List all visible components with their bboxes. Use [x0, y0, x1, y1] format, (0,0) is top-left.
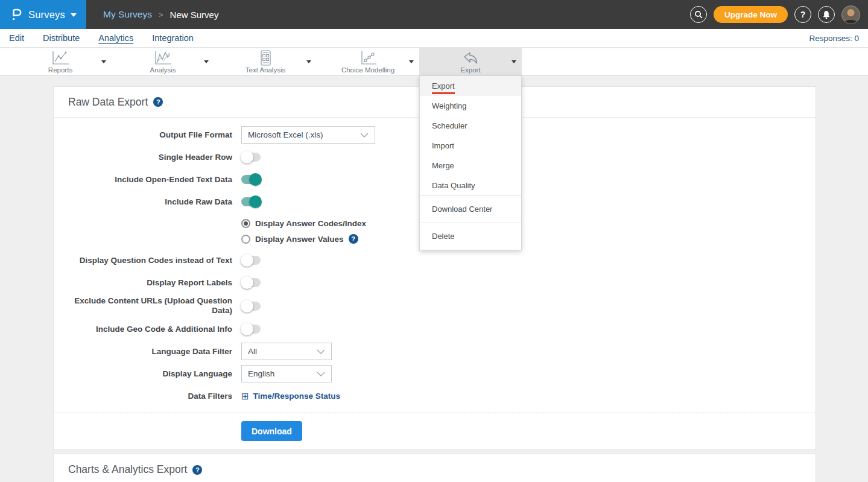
menu-item-import[interactable]: Import [420, 136, 521, 156]
brand-label: Surveys [28, 9, 65, 21]
chevron-down-icon [317, 372, 325, 376]
toolbar-reports-label: Reports [48, 66, 72, 74]
toolbar-text-analysis[interactable]: Text Analysis [214, 48, 317, 75]
breadcrumb-my-surveys[interactable]: My Surveys [103, 9, 152, 20]
tab-distribute[interactable]: Distribute [43, 33, 80, 43]
reports-chart-icon [51, 50, 70, 66]
avatar[interactable] [841, 5, 860, 24]
field-label: Display Language [54, 369, 232, 379]
export-share-arrow-icon [461, 50, 480, 66]
help-button[interactable]: ? [794, 6, 811, 23]
reports-dropdown-caret-icon[interactable] [101, 60, 106, 63]
toggle-knob [241, 254, 253, 267]
field-label: Language Data Filter [54, 347, 232, 357]
menu-item-weighting[interactable]: Weighting [420, 96, 521, 116]
help-circle-icon[interactable]: ? [349, 234, 358, 244]
row-display-question-codes: Display Question Codes instead of Text [54, 252, 816, 269]
chevron-down-icon [317, 349, 325, 354]
language-data-filter-select[interactable]: All [241, 343, 332, 360]
choice-modelling-scatter-icon [358, 50, 378, 66]
upgrade-now-button[interactable]: Upgrade Now [714, 6, 788, 23]
topbar: Surveys My Surveys > New Survey Upgrade … [0, 0, 868, 29]
survey-nav: Edit Distribute Analytics Integration Re… [0, 29, 868, 48]
search-button[interactable] [690, 6, 707, 23]
notifications-button[interactable] [818, 6, 835, 23]
row-include-geo-code: Include Geo Code & Additional Info [54, 320, 816, 338]
radio-icon[interactable] [241, 219, 250, 228]
menu-item-delete[interactable]: Delete [420, 223, 521, 250]
breadcrumb-separator: > [159, 10, 163, 19]
export-dropdown-menu: Export Weighting Scheduler Import Merge … [419, 75, 522, 250]
radio-display-answer-values[interactable]: Display Answer Values ? [241, 231, 816, 247]
toolbar-export[interactable]: Export [419, 48, 522, 75]
time-response-status-link[interactable]: ⊞ Time/Response Status [241, 392, 340, 401]
charts-analytics-export-header: Charts & Analytics Export ? [54, 454, 816, 482]
topbar-actions: Upgrade Now ? [690, 5, 868, 24]
tab-edit[interactable]: Edit [9, 33, 24, 43]
breadcrumb-current: New Survey [170, 10, 219, 20]
toolbar-choice-modelling-label: Choice Modelling [341, 66, 394, 74]
panel-title: Raw Data Export [68, 96, 148, 109]
field-label: Data Filters [54, 392, 232, 401]
display-question-codes-toggle[interactable] [241, 256, 261, 265]
toggle-knob [241, 276, 253, 289]
radio-display-answer-codes[interactable]: Display Answer Codes/Index [241, 215, 816, 231]
field-label: Include Geo Code & Additional Info [54, 325, 232, 334]
toolbar-export-label: Export [460, 66, 480, 74]
row-data-filters: Data Filters ⊞ Time/Response Status [54, 387, 816, 405]
analysis-chart-icon [153, 50, 173, 66]
radio-icon[interactable] [241, 235, 250, 244]
exclude-content-urls-toggle[interactable] [241, 302, 261, 311]
export-dropdown-caret-icon[interactable] [512, 60, 516, 63]
analysis-dropdown-caret-icon[interactable] [204, 60, 209, 63]
field-label: Include Open-Ended Text Data [54, 175, 232, 185]
include-geo-code-toggle[interactable] [241, 325, 261, 334]
menu-item-scheduler[interactable]: Scheduler [420, 116, 521, 136]
tab-analytics[interactable]: Analytics [98, 33, 133, 43]
toolbar-analysis-label: Analysis [150, 66, 176, 74]
toggle-knob [249, 173, 262, 186]
toolbar-choice-modelling[interactable]: Choice Modelling [317, 48, 419, 75]
chevron-down-icon [360, 133, 369, 138]
toggle-knob [241, 323, 253, 335]
toolbar-reports[interactable]: Reports [9, 48, 112, 75]
avatar-photo [842, 6, 860, 24]
row-exclude-content-urls: Exclude Content URLs (Upload Question Da… [54, 296, 816, 316]
toggle-knob [241, 151, 253, 163]
field-label: Display Question Codes instead of Text [54, 256, 232, 265]
toggle-knob [241, 300, 253, 312]
responses-count: Responses: 0 [809, 34, 859, 43]
help-circle-icon[interactable]: ? [153, 97, 163, 107]
field-label: Output File Format [54, 130, 232, 140]
include-raw-data-toggle[interactable] [241, 197, 261, 206]
menu-item-data-quality[interactable]: Data Quality [420, 176, 521, 195]
field-label: Display Report Labels [54, 278, 232, 288]
charts-analytics-export-panel: Charts & Analytics Export ? [53, 454, 816, 482]
tab-integration[interactable]: Integration [152, 33, 194, 43]
field-label: Include Raw Data [54, 197, 232, 207]
toolbar-analysis[interactable]: Analysis [112, 48, 214, 75]
app-switcher[interactable]: Surveys [0, 0, 86, 29]
field-label: Single Header Row [54, 153, 232, 162]
menu-item-download-center[interactable]: Download Center [420, 196, 521, 223]
menu-item-merge[interactable]: Merge [420, 156, 521, 176]
plus-square-icon: ⊞ [241, 392, 249, 401]
display-report-labels-toggle[interactable] [241, 278, 261, 287]
download-button[interactable]: Download [241, 421, 302, 441]
text-analysis-dropdown-caret-icon[interactable] [306, 60, 311, 63]
toolbar-text-analysis-label: Text Analysis [246, 66, 285, 74]
row-display-language: Display Language English [54, 365, 816, 382]
include-open-ended-toggle[interactable] [241, 175, 261, 184]
single-header-row-toggle[interactable] [241, 153, 261, 162]
questionpro-logo-icon [10, 7, 23, 22]
menu-item-export[interactable]: Export [420, 76, 521, 96]
output-file-format-select[interactable]: Microsoft Excel (.xls) [241, 126, 375, 144]
display-language-select[interactable]: English [241, 365, 332, 382]
text-analysis-document-icon [258, 50, 273, 66]
chevron-down-icon [71, 13, 77, 17]
question-mark-icon: ? [800, 10, 806, 19]
search-icon [694, 10, 703, 19]
help-circle-icon[interactable]: ? [192, 465, 202, 475]
choice-modelling-dropdown-caret-icon[interactable] [409, 60, 414, 63]
download-row: Download [54, 413, 816, 449]
